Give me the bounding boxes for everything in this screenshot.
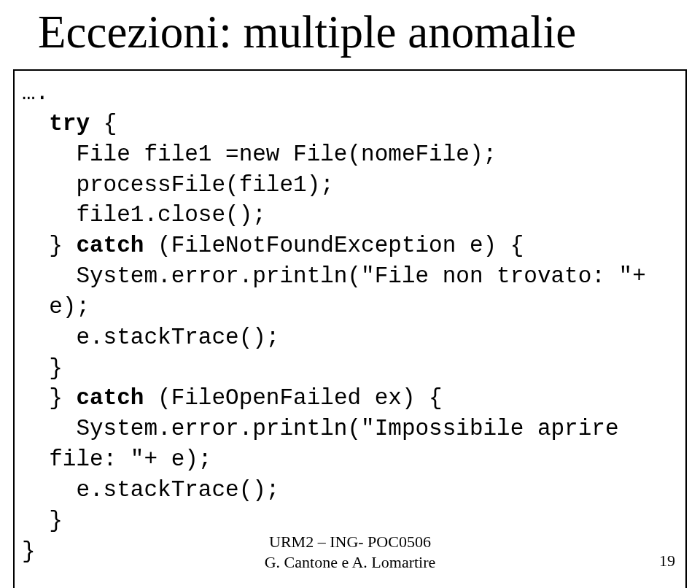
code-line-12: System.error.println("Impossibile aprire xyxy=(22,416,619,441)
code-line-11c: (FileOpenFailed ex) { xyxy=(144,385,442,411)
footer: URM2 – ING- POC0506 G. Cantone e A. Loma… xyxy=(0,532,700,573)
code-line-1: …. xyxy=(22,80,49,106)
code-block: …. try { File file1 =new File(nomeFile);… xyxy=(22,78,678,567)
code-line-4: processFile(file1); xyxy=(22,172,334,198)
code-line-2a xyxy=(22,111,49,136)
code-line-11a: } xyxy=(22,385,76,411)
keyword-catch-2: catch xyxy=(76,385,144,411)
code-line-13: file: "+ e); xyxy=(22,446,211,472)
code-box: …. try { File file1 =new File(nomeFile);… xyxy=(13,69,687,588)
code-line-6c: (FileNotFoundException e) { xyxy=(144,233,524,258)
code-line-9: e.stackTrace(); xyxy=(22,325,279,350)
slide: Eccezioni: multiple anomalie …. try { Fi… xyxy=(0,0,700,588)
code-line-6a: } xyxy=(22,233,76,258)
code-line-10: } xyxy=(22,355,63,381)
footer-center: URM2 – ING- POC0506 G. Cantone e A. Loma… xyxy=(0,532,700,573)
code-line-7: System.error.println("File non trovato: … xyxy=(22,263,646,289)
footer-line-2: G. Cantone e A. Lomartire xyxy=(0,552,700,573)
keyword-try: try xyxy=(49,111,90,136)
code-line-14: e.stackTrace(); xyxy=(22,477,279,503)
code-line-3: File file1 =new File(nomeFile); xyxy=(22,142,497,167)
code-line-2c: { xyxy=(90,111,117,136)
footer-line-1: URM2 – ING- POC0506 xyxy=(0,532,700,553)
code-line-5: file1.close(); xyxy=(22,202,266,228)
code-line-8: e); xyxy=(22,294,90,320)
slide-title: Eccezioni: multiple anomalie xyxy=(0,0,700,69)
page-number: 19 xyxy=(659,552,675,570)
keyword-catch-1: catch xyxy=(76,233,144,258)
code-line-15: } xyxy=(22,508,63,533)
